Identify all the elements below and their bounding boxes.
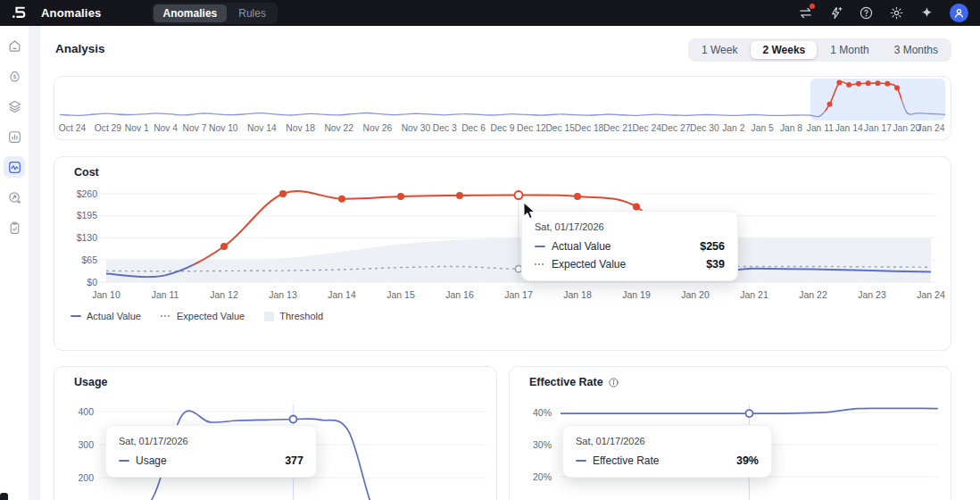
threshold-swatch xyxy=(264,312,274,321)
svg-text:Dec 15: Dec 15 xyxy=(545,123,575,133)
svg-text:Jan 8: Jan 8 xyxy=(780,123,802,133)
svg-text:Nov 18: Nov 18 xyxy=(286,123,315,133)
svg-text:20%: 20% xyxy=(533,471,552,482)
bar-chart-icon xyxy=(7,129,22,145)
svg-text:Nov 10: Nov 10 xyxy=(209,123,238,133)
tab-anomalies[interactable]: Anomalies xyxy=(154,4,228,22)
effective-rate-tooltip: Sat, 01/17/2026 Effective Rate 39% xyxy=(562,425,772,478)
svg-text:Jan 20: Jan 20 xyxy=(681,289,710,300)
svg-text:Dec 21: Dec 21 xyxy=(603,123,633,133)
svg-text:Jan 18: Jan 18 xyxy=(563,289,592,300)
app-logo-icon[interactable] xyxy=(10,4,28,22)
expected-line-swatch xyxy=(161,315,171,317)
sidebar-item-tasks[interactable] xyxy=(4,217,25,238)
expected-marker xyxy=(535,263,545,265)
svg-text:Dec 18: Dec 18 xyxy=(575,123,604,133)
left-sidebar: $ xyxy=(0,26,29,500)
swap-arrows-icon[interactable] xyxy=(798,5,813,21)
svg-text:$0: $0 xyxy=(87,277,97,288)
actual-line-swatch xyxy=(71,315,81,317)
svg-text:Jan 22: Jan 22 xyxy=(799,289,827,300)
zap-plus-icon[interactable] xyxy=(828,5,843,21)
svg-text:Jan 21: Jan 21 xyxy=(740,289,768,300)
range-3-months[interactable]: 3 Months xyxy=(883,41,950,59)
sidebar-item-reports[interactable] xyxy=(4,126,25,147)
svg-text:Jan 11: Jan 11 xyxy=(152,289,179,300)
sparkle-icon[interactable] xyxy=(919,5,934,21)
svg-text:Dec 27: Dec 27 xyxy=(661,123,691,133)
cost-chart[interactable]: $0$65$130$195$260Jan 10Jan 11Jan 12Jan 1… xyxy=(54,157,951,304)
svg-text:Dec 6: Dec 6 xyxy=(461,123,486,133)
usage-marker xyxy=(119,460,129,462)
svg-text:30%: 30% xyxy=(533,439,552,450)
rate-marker xyxy=(576,460,586,462)
svg-text:Oct 29: Oct 29 xyxy=(95,123,122,133)
cost-tooltip: Sat, 01/17/2026 Actual Value $256 Expect… xyxy=(521,211,738,281)
timeline-overview-chart[interactable]: Oct 24Oct 29Nov 1Nov 4Nov 7Nov 10Nov 14N… xyxy=(54,77,951,139)
svg-text:Jan 17: Jan 17 xyxy=(504,289,533,300)
sidebar-item-costs[interactable]: $ xyxy=(4,65,25,87)
help-icon[interactable] xyxy=(859,5,874,21)
top-navbar: Anomalies Anomalies Rules xyxy=(0,0,980,26)
cost-bag-icon: $ xyxy=(7,69,22,84)
svg-text:Jan 17: Jan 17 xyxy=(864,123,892,133)
svg-text:Jan 24: Jan 24 xyxy=(918,123,945,133)
svg-text:Nov 7: Nov 7 xyxy=(183,123,207,133)
sidebar-item-anomalies[interactable] xyxy=(4,156,25,178)
svg-text:Dec 30: Dec 30 xyxy=(690,123,719,133)
range-2-weeks[interactable]: 2 Weeks xyxy=(751,41,817,59)
svg-text:Jan 2: Jan 2 xyxy=(722,123,744,133)
svg-text:$195: $195 xyxy=(77,210,98,221)
range-1-month[interactable]: 1 Month xyxy=(818,41,880,59)
tooltip-date: Sat, 01/17/2026 xyxy=(535,221,725,232)
legend-expected-value[interactable]: Expected Value xyxy=(161,311,245,321)
time-range-segmented-control: 1 Week 2 Weeks 1 Month 3 Months xyxy=(688,38,951,62)
actual-marker xyxy=(535,246,545,247)
svg-text:Jan 16: Jan 16 xyxy=(445,289,474,300)
svg-text:Nov 22: Nov 22 xyxy=(324,123,353,133)
svg-text:Jan 10: Jan 10 xyxy=(92,289,120,300)
sidebar-divider xyxy=(29,26,40,500)
tooltip-row-usage: Usage 377 xyxy=(119,454,303,467)
home-icon xyxy=(7,38,22,54)
tooltip-date: Sat, 01/17/2026 xyxy=(119,436,303,446)
svg-text:Nov 4: Nov 4 xyxy=(154,123,178,133)
svg-text:Jan 14: Jan 14 xyxy=(328,289,356,300)
bottom-left-cutoff-widget[interactable] xyxy=(0,493,8,500)
svg-text:Dec 3: Dec 3 xyxy=(433,123,457,133)
tooltip-date: Sat, 01/17/2026 xyxy=(576,436,759,446)
settings-gear-icon[interactable] xyxy=(889,5,904,21)
cost-chart-card: Cost $0$65$130$195$260Jan 10Jan 11Jan 12… xyxy=(54,156,951,351)
page-title: Analysis xyxy=(55,42,105,55)
sidebar-item-home[interactable] xyxy=(4,35,25,56)
svg-text:Jan 15: Jan 15 xyxy=(386,289,415,300)
svg-text:Nov 26: Nov 26 xyxy=(363,123,393,133)
svg-text:Nov 1: Nov 1 xyxy=(125,123,149,133)
legend-threshold[interactable]: Threshold xyxy=(264,311,323,321)
anomaly-pulse-icon xyxy=(7,160,22,175)
svg-text:Jan 13: Jan 13 xyxy=(269,289,297,300)
svg-text:Jan 12: Jan 12 xyxy=(210,289,238,300)
tasks-clipboard-icon xyxy=(7,221,22,236)
layers-icon xyxy=(7,99,22,114)
svg-text:$130: $130 xyxy=(77,232,98,243)
app-title: Anomalies xyxy=(41,6,102,20)
sidebar-item-layers[interactable] xyxy=(4,96,25,117)
svg-text:$: $ xyxy=(12,74,16,79)
tooltip-row-expected: Expected Value $39 xyxy=(535,258,725,271)
usage-tooltip: Sat, 01/17/2026 Usage 377 xyxy=(105,425,317,478)
notification-dot xyxy=(810,4,815,9)
sidebar-item-optimize[interactable] xyxy=(4,187,25,208)
nav-tabs: Anomalies Rules xyxy=(152,3,278,24)
range-1-week[interactable]: 1 Week xyxy=(690,41,749,59)
optimize-icon xyxy=(7,190,22,205)
cost-chart-legend: Actual Value Expected Value Threshold xyxy=(71,311,323,321)
tab-rules[interactable]: Rules xyxy=(228,4,276,22)
tooltip-row-rate: Effective Rate 39% xyxy=(576,454,759,467)
user-avatar[interactable] xyxy=(950,4,968,22)
legend-actual-value[interactable]: Actual Value xyxy=(71,311,141,321)
svg-text:Jan 23: Jan 23 xyxy=(858,289,886,300)
navbar-actions xyxy=(798,4,980,22)
svg-text:300: 300 xyxy=(78,439,94,450)
svg-text:Dec 24: Dec 24 xyxy=(632,123,661,133)
